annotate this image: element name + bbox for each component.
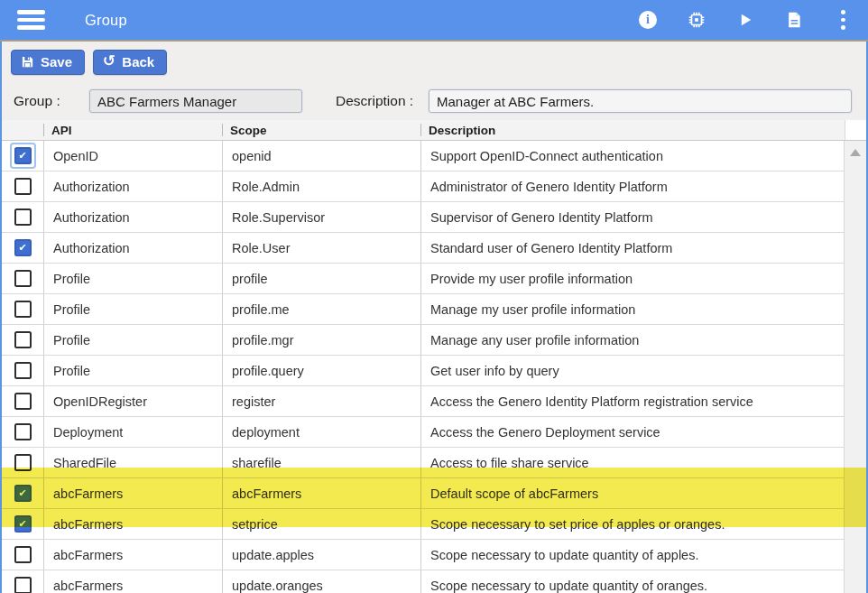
description-cell[interactable]: Scope necessary to update quantity of ap… xyxy=(420,540,844,570)
scope-cell[interactable]: update.apples xyxy=(222,540,420,570)
description-field-label: Description : xyxy=(336,93,429,109)
scope-cell[interactable]: profile.query xyxy=(222,356,420,385)
scope-cell[interactable]: Role.Supervisor xyxy=(222,202,420,232)
api-cell[interactable]: Profile xyxy=(43,294,222,324)
api-cell[interactable]: Authorization xyxy=(43,233,222,263)
scope-cell[interactable]: sharefile xyxy=(222,448,420,477)
api-cell[interactable]: Authorization xyxy=(43,171,222,201)
table-row[interactable]: Profile profile Provide my user profile … xyxy=(2,264,844,294)
table-row[interactable]: SharedFile sharefile Access to file shar… xyxy=(2,448,844,478)
table-row[interactable]: abcFarmers setprice Scope necessary to s… xyxy=(2,509,844,540)
back-button[interactable]: ↺ Back xyxy=(93,50,167,75)
description-cell[interactable]: Default scope of abcFarmers xyxy=(420,478,844,508)
row-checkbox[interactable] xyxy=(14,577,32,593)
api-cell[interactable]: abcFarmers xyxy=(43,509,222,539)
checkbox-focus-ring xyxy=(10,143,36,169)
scope-cell[interactable]: openid xyxy=(222,141,420,171)
api-cell[interactable]: Authorization xyxy=(43,202,222,232)
document-icon[interactable] xyxy=(784,10,804,30)
row-checkbox[interactable] xyxy=(14,485,32,502)
row-checkbox[interactable] xyxy=(14,239,32,256)
scope-cell[interactable]: deployment xyxy=(222,417,420,447)
scope-column-header[interactable]: Scope xyxy=(222,120,420,140)
scope-cell[interactable]: Role.Admin xyxy=(222,171,420,201)
table-row[interactable]: OpenID openid Support OpenID-Connect aut… xyxy=(2,141,844,171)
table-row[interactable]: Profile profile.mgr Manage any user prof… xyxy=(2,325,844,356)
row-checkbox[interactable] xyxy=(14,515,32,533)
table-row[interactable]: Profile profile.me Manage my user profil… xyxy=(2,294,844,325)
description-column-header[interactable]: Description xyxy=(420,120,845,140)
scope-cell[interactable]: update.oranges xyxy=(222,570,420,593)
table-row[interactable]: abcFarmers abcFarmers Default scope of a… xyxy=(2,478,844,509)
table-row[interactable]: Deployment deployment Access the Genero … xyxy=(2,417,844,448)
scope-cell[interactable]: Role.User xyxy=(222,233,420,263)
description-cell[interactable]: Provide my user profile information xyxy=(420,264,844,293)
checkbox-focus-ring xyxy=(10,480,36,506)
table-row[interactable]: OpenIDRegister register Access the Gener… xyxy=(2,386,844,417)
table-row[interactable]: abcFarmers update.apples Scope necessary… xyxy=(2,540,844,570)
description-cell[interactable]: Access to file share service xyxy=(420,448,844,477)
checkbox-focus-ring xyxy=(10,204,36,230)
group-field-label: Group : xyxy=(14,93,89,109)
description-cell[interactable]: Access the Genero Deployment service xyxy=(420,417,844,447)
vertical-scrollbar[interactable] xyxy=(844,141,866,593)
description-cell[interactable]: Administrator of Genero Identity Platfor… xyxy=(420,171,844,201)
row-checkbox[interactable] xyxy=(14,178,32,195)
scope-cell[interactable]: profile xyxy=(222,264,420,293)
row-checkbox[interactable] xyxy=(14,454,32,471)
scope-cell[interactable]: register xyxy=(222,386,420,416)
row-checkbox-cell xyxy=(2,386,43,416)
api-cell[interactable]: OpenIDRegister xyxy=(43,386,222,416)
description-cell[interactable]: Standard user of Genero Identity Platfor… xyxy=(420,233,844,263)
api-cell[interactable]: Profile xyxy=(43,356,222,385)
scroll-up-arrow-icon[interactable] xyxy=(850,149,861,156)
table-row[interactable]: Profile profile.query Get user info by q… xyxy=(2,356,844,386)
description-cell[interactable]: Support OpenID-Connect authentication xyxy=(420,141,844,171)
api-cell[interactable]: OpenID xyxy=(43,141,222,171)
table-row[interactable]: abcFarmers update.oranges Scope necessar… xyxy=(2,570,844,593)
row-checkbox[interactable] xyxy=(14,362,32,379)
row-checkbox[interactable] xyxy=(14,301,32,318)
description-cell[interactable]: Get user info by query xyxy=(420,356,844,385)
row-checkbox[interactable] xyxy=(14,147,32,164)
description-cell[interactable]: Supervisor of Genero Identity Platform xyxy=(420,202,844,232)
description-cell[interactable]: Access the Genero Identity Platform regi… xyxy=(420,386,844,416)
scope-cell[interactable]: abcFarmers xyxy=(222,478,420,508)
scope-cell[interactable]: setprice xyxy=(222,509,420,539)
info-icon[interactable]: i xyxy=(638,10,658,30)
row-checkbox[interactable] xyxy=(14,393,32,410)
description-cell[interactable]: Scope necessary to update quantity of or… xyxy=(420,570,844,593)
row-checkbox[interactable] xyxy=(14,546,32,563)
hamburger-menu-icon[interactable] xyxy=(17,10,45,30)
api-column-header[interactable]: API xyxy=(43,120,222,140)
group-form-row: Group : ABC Farmers Manager Description … xyxy=(2,82,866,120)
kebab-menu-icon[interactable] xyxy=(833,10,853,30)
table-row[interactable]: Authorization Role.Supervisor Supervisor… xyxy=(2,202,844,233)
description-input[interactable]: Manager at ABC Farmers. xyxy=(429,89,852,113)
group-input[interactable]: ABC Farmers Manager xyxy=(89,89,302,113)
description-cell[interactable]: Scope necessary to set price of apples o… xyxy=(420,509,844,539)
api-cell[interactable]: Deployment xyxy=(43,417,222,447)
row-checkbox[interactable] xyxy=(14,270,32,287)
api-cell[interactable]: Profile xyxy=(43,264,222,293)
description-cell[interactable]: Manage any user profile information xyxy=(420,325,844,355)
save-button[interactable]: Save xyxy=(11,50,85,75)
row-checkbox-cell xyxy=(2,540,43,570)
api-cell[interactable]: abcFarmers xyxy=(43,570,222,593)
play-icon[interactable] xyxy=(735,10,755,30)
scope-cell[interactable]: profile.me xyxy=(222,294,420,324)
table-row[interactable]: Authorization Role.User Standard user of… xyxy=(2,233,844,264)
row-checkbox[interactable] xyxy=(14,331,32,348)
scope-cell[interactable]: profile.mgr xyxy=(222,325,420,355)
api-cell[interactable]: abcFarmers xyxy=(43,478,222,508)
description-cell[interactable]: Manage my user profile information xyxy=(420,294,844,324)
row-checkbox[interactable] xyxy=(14,208,32,226)
api-cell[interactable]: Profile xyxy=(43,325,222,355)
row-checkbox-cell xyxy=(2,233,43,263)
chip-icon[interactable] xyxy=(687,10,706,30)
table-row[interactable]: Authorization Role.Admin Administrator o… xyxy=(2,171,844,202)
checkbox-focus-ring xyxy=(10,542,36,568)
api-cell[interactable]: abcFarmers xyxy=(43,540,222,570)
api-cell[interactable]: SharedFile xyxy=(43,448,222,477)
row-checkbox[interactable] xyxy=(14,423,32,440)
